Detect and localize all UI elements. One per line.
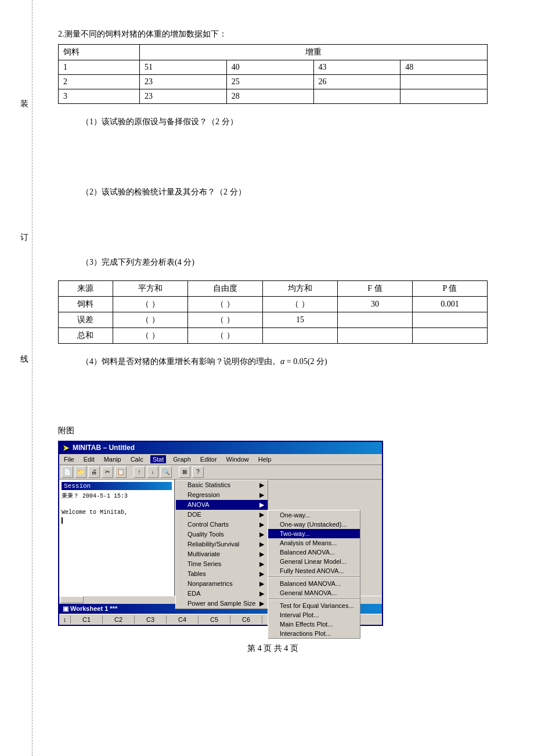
stat-tables[interactable]: Tables▶ — [176, 569, 268, 579]
session-titlebar: Session — [62, 482, 172, 490]
anova-row-total-source: 总和 — [59, 327, 113, 343]
menu-manip[interactable]: Manip — [102, 455, 124, 463]
val-2-1: 23 — [140, 75, 227, 89]
worksheet-label: ▣ — [63, 605, 70, 612]
anova-balanced-manova[interactable]: Balanced MANOVA... — [268, 579, 360, 588]
anova-analysis-means[interactable]: Analysis of Means... — [268, 538, 360, 548]
col1-header: 饲料 — [59, 45, 140, 60]
anova-interactions[interactable]: Interactions Plot... — [268, 629, 360, 638]
menu-help[interactable]: Help — [256, 455, 274, 463]
toolbar-open[interactable]: 📁 — [75, 466, 86, 478]
menu-dropdown-area: Basic Statistics▶ Regression▶ ANOVA▶ DOE… — [175, 480, 382, 596]
anova-row-feed-f: 30 — [337, 296, 412, 312]
anova-fully-nested[interactable]: Fully Nested ANOVA... — [268, 566, 360, 575]
minitab-body: Session 秉秉？ 2004-5-1 15:3 Welcome to Min… — [59, 480, 382, 596]
col-c1[interactable]: C1 — [71, 615, 103, 624]
stat-basic-stats[interactable]: Basic Statistics▶ — [176, 480, 268, 490]
anova-table: 来源 平方和 自由度 均方和 F 值 P 值 饲料 （ ） （ ） （ ） 30… — [58, 280, 488, 344]
menu-window[interactable]: Window — [224, 455, 251, 463]
val-1-3: 43 — [313, 60, 400, 75]
stat-control-charts[interactable]: Control Charts▶ — [176, 520, 268, 530]
anova-row-total-ms — [262, 327, 337, 343]
toolbar-btn2[interactable]: ? — [192, 466, 204, 478]
answer-space-2 — [58, 210, 488, 244]
anova-row-total-ss: （ ） — [113, 327, 187, 343]
menu-editor[interactable]: Editor — [198, 455, 219, 463]
minitab-window: ➤ MINITAB – Untitled File Edit Manip Cal… — [58, 441, 383, 626]
toolbar-up[interactable]: ↑ — [134, 466, 145, 478]
answer-space-4 — [58, 379, 488, 408]
feed-2: 2 — [59, 75, 140, 89]
anova-balanced[interactable]: Balanced ANOVA... — [268, 548, 360, 557]
stat-multivariate[interactable]: Multivariate▶ — [176, 549, 268, 559]
anova-general-manova[interactable]: General MANOVA... — [268, 588, 360, 597]
menu-stat[interactable]: Stat — [150, 455, 167, 463]
anova-row-total-f — [337, 327, 412, 343]
stat-anova[interactable]: ANOVA▶ — [176, 500, 268, 510]
toolbar-btn1[interactable]: ⊠ — [179, 466, 190, 478]
val-2-3: 26 — [313, 75, 400, 89]
menu-edit[interactable]: Edit — [81, 455, 97, 463]
col-c3[interactable]: C3 — [135, 615, 167, 624]
menu-graph[interactable]: Graph — [171, 455, 193, 463]
toolbar-search[interactable]: 🔍 — [160, 466, 172, 478]
stat-eda[interactable]: EDA▶ — [176, 589, 268, 599]
stat-time-series[interactable]: Time Series▶ — [176, 559, 268, 569]
toolbar-copy[interactable]: 📋 — [115, 466, 127, 478]
stat-regression[interactable]: Regression▶ — [176, 490, 268, 500]
session-pane: Session 秉秉？ 2004-5-1 15:3 Welcome to Min… — [59, 480, 175, 596]
minitab-title: MINITAB – Untitled — [73, 444, 135, 452]
col-c2[interactable]: C2 — [103, 615, 135, 624]
scrollbar-thumb[interactable] — [60, 596, 84, 603]
val-1-2: 40 — [226, 60, 313, 75]
worksheet-name: Worksheet 1 *** — [70, 605, 117, 612]
stat-power-sample[interactable]: Power and Sample Size▶ — [176, 599, 268, 609]
page-container: 装 订 线 2.测量不同的饲料对猪的体重的增加数据如下： 饲料 增重 1 51 … — [0, 0, 534, 756]
anova-oneway-unstacked[interactable]: One-way (Unstacked)... — [268, 520, 360, 529]
menu-calc[interactable]: Calc — [128, 455, 146, 463]
anova-test-equal-var[interactable]: Test for Equal Variances... — [268, 601, 360, 610]
anova-interval-plot[interactable]: Interval Plot... — [268, 610, 360, 620]
anova-header-source: 来源 — [59, 280, 113, 296]
anova-main-effects[interactable]: Main Effects Plot... — [268, 620, 360, 629]
anova-twoway[interactable]: Two-way... — [268, 529, 360, 538]
anova-separator2 — [268, 599, 360, 600]
col-c4[interactable]: C4 — [167, 615, 199, 624]
stat-quality-tools[interactable]: Quality Tools▶ — [176, 530, 268, 539]
toolbar-cut[interactable]: ✂ — [102, 466, 113, 478]
toolbar-print[interactable]: 🖨 — [88, 466, 100, 478]
question-3: （3）完成下列方差分析表(4 分) — [81, 255, 488, 269]
minitab-icon: ➤ — [63, 444, 69, 452]
toolbar-new[interactable]: 📄 — [62, 466, 73, 478]
anova-header-f: F 值 — [337, 280, 412, 296]
val-1-4: 48 — [400, 60, 488, 75]
question-1: （1）该试验的原假设与备择假设？（2 分） — [81, 114, 488, 129]
stat-dropdown: Basic Statistics▶ Regression▶ ANOVA▶ DOE… — [175, 480, 268, 609]
anova-oneway[interactable]: One-way... — [268, 510, 360, 520]
stat-reliability[interactable]: Reliability/Survival▶ — [176, 539, 268, 549]
anova-glm[interactable]: General Linear Model... — [268, 557, 360, 566]
anova-separator1 — [268, 577, 360, 578]
toolbar-down[interactable]: ↓ — [147, 466, 158, 478]
anova-row-feed-source: 饲料 — [59, 296, 113, 312]
page-footer: 第 4 页 共 4 页 — [58, 643, 488, 654]
menu-file[interactable]: File — [62, 455, 77, 463]
side-dashes — [32, 0, 33, 756]
val-3-1: 23 — [140, 89, 227, 104]
col-c6[interactable]: C6 — [230, 615, 262, 624]
feed-1: 1 — [59, 60, 140, 75]
anova-row-error-source: 误差 — [59, 312, 113, 327]
anova-header-ss: 平方和 — [113, 280, 187, 296]
anova-submenu: One-way... One-way (Unstacked)... Two-wa… — [268, 510, 360, 639]
question-4: （4）饲料是否对猪的体重增长有影响？说明你的理由。α = 0.05(2 分) — [81, 354, 488, 369]
col-c5[interactable]: C5 — [199, 615, 230, 624]
anova-row-error-f — [337, 312, 412, 327]
stat-nonparametrics[interactable]: Nonparametrics▶ — [176, 579, 268, 589]
stat-doe[interactable]: DOE▶ — [176, 510, 268, 520]
anova-header-df: 自由度 — [187, 280, 262, 296]
section2-header: 2.测量不同的饲料对猪的体重的增加数据如下： — [58, 29, 488, 39]
session-title: Session — [64, 483, 91, 489]
anova-row-feed-ss: （ ） — [113, 296, 187, 312]
col-arrow: ↕ — [59, 615, 71, 624]
session-content: 秉秉？ 2004-5-1 15:3 Welcome to Minitab, ​ — [62, 492, 172, 525]
